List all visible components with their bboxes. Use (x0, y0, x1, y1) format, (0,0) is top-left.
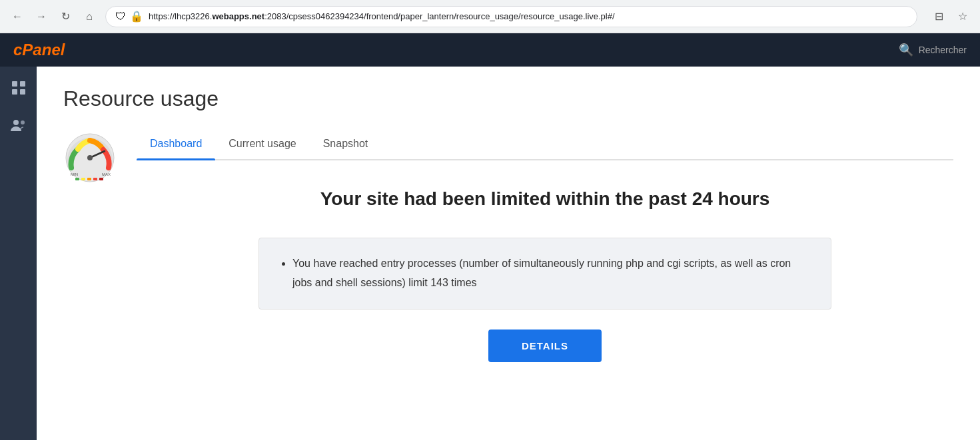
browser-chrome: ← → ↻ ⌂ 🛡 🔒 https://lhcp3226.webapps.net… (0, 0, 980, 33)
tab-dashboard[interactable]: Dashboard (137, 131, 215, 159)
nav-buttons: ← → ↻ ⌂ (8, 7, 99, 26)
info-box: You have reached entry processes (number… (258, 238, 831, 310)
list-item: You have reached entry processes (number… (292, 254, 811, 293)
cpanel-logo-c: c (13, 41, 22, 59)
svg-text:MAX: MAX (102, 172, 111, 176)
cpanel-logo-panel: Panel (22, 41, 65, 59)
svg-rect-15 (99, 178, 103, 180)
svg-rect-14 (93, 178, 97, 180)
svg-rect-1 (20, 81, 25, 87)
sidebar-item-users[interactable] (7, 113, 31, 137)
page-title: Resource usage (63, 87, 953, 111)
main-layout: Resource usage (0, 67, 980, 440)
back-button[interactable]: ← (8, 7, 27, 26)
svg-point-8 (87, 155, 93, 160)
reload-button[interactable]: ↻ (56, 7, 75, 26)
tab-current-usage[interactable]: Current usage (215, 131, 309, 159)
sidebar (0, 67, 37, 440)
bookmark-button[interactable]: ☆ (953, 7, 972, 26)
details-button[interactable]: DETAILS (488, 330, 602, 362)
svg-text:MIN: MIN (71, 172, 78, 176)
home-button[interactable]: ⌂ (80, 7, 99, 26)
cpanel-topbar: cPanel 🔍 Rechercher (0, 33, 980, 67)
forward-button[interactable]: → (32, 7, 51, 26)
shield-icon: 🛡 (115, 11, 126, 23)
browser-right-icons: ⊟ ☆ (929, 7, 972, 26)
info-list: You have reached entry processes (number… (279, 254, 811, 293)
svg-point-4 (13, 120, 19, 125)
svg-rect-0 (12, 81, 17, 87)
tabs-area: Dashboard Current usage Snapshot Your si… (137, 131, 953, 375)
cpanel-logo: cPanel (13, 41, 65, 59)
tab-content-dashboard: Your site had been limited within the pa… (137, 160, 953, 375)
lock-icon: 🔒 (130, 10, 143, 23)
svg-rect-13 (87, 178, 91, 180)
sidebar-item-grid[interactable] (7, 76, 31, 100)
svg-point-5 (21, 120, 25, 124)
url-display: https://lhcp3226.webapps.net:2083/cpsess… (149, 11, 907, 21)
svg-rect-3 (20, 89, 25, 95)
extensions-button[interactable]: ⊟ (929, 7, 948, 26)
tabs-nav: Dashboard Current usage Snapshot (137, 131, 953, 160)
gauge-icon: MIN MAX (63, 131, 117, 184)
svg-rect-11 (75, 178, 79, 180)
plugin-section: MIN MAX Dashboard Current usage Snapshot (63, 131, 953, 375)
content-area: Resource usage (37, 67, 980, 440)
search-icon: 🔍 (899, 43, 913, 57)
svg-rect-2 (12, 89, 17, 95)
address-bar-icons: 🛡 🔒 (115, 10, 143, 23)
tab-snapshot[interactable]: Snapshot (310, 131, 382, 159)
search-placeholder-text: Rechercher (919, 45, 967, 55)
details-button-area: DETAILS (150, 330, 940, 362)
main-heading: Your site had been limited within the pa… (150, 187, 940, 211)
address-bar[interactable]: 🛡 🔒 https://lhcp3226.webapps.net:2083/cp… (105, 6, 917, 27)
search-area: 🔍 Rechercher (899, 43, 967, 57)
svg-rect-12 (81, 178, 85, 180)
